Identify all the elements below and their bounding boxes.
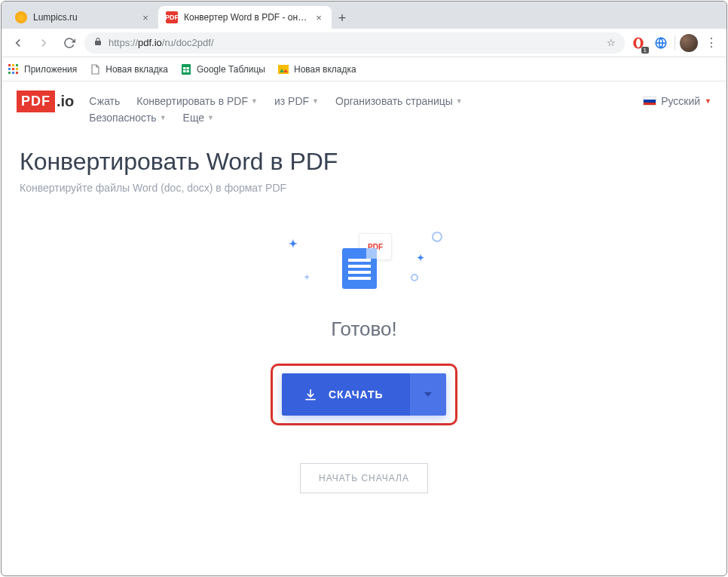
extension-globe-icon[interactable] <box>652 34 670 52</box>
chevron-down-icon: ▼ <box>312 97 319 105</box>
page-title: Конвертировать Word в PDF <box>20 148 708 176</box>
bookmark-label: Новая вкладка <box>294 64 356 75</box>
bookmarks-bar: Приложения Новая вкладка Google Таблицы … <box>2 57 726 81</box>
svg-rect-16 <box>278 65 289 74</box>
logo-io-text: .io <box>57 93 74 110</box>
extension-badge: 1 <box>641 47 649 54</box>
svg-rect-8 <box>16 68 18 70</box>
lock-icon <box>93 37 102 48</box>
main-content: Конвертировать Word в PDF Конвертируйте … <box>2 133 726 523</box>
browser-tab-lumpics[interactable]: Lumpics.ru × <box>8 6 158 29</box>
bookmark-label: Приложения <box>24 64 77 75</box>
svg-rect-3 <box>8 64 11 66</box>
tab-close-icon[interactable]: × <box>314 12 324 23</box>
browser-toolbar: https://pdf.io/ru/doc2pdf/ ☆ 1 ⋮ <box>2 29 726 57</box>
logo-pdf-badge: PDF <box>17 91 55 112</box>
browser-tabstrip: Lumpics.ru × PDF Конвертер Word в PDF - … <box>2 2 726 29</box>
extension-opera-icon[interactable]: 1 <box>629 34 647 52</box>
bookmark-sheets[interactable]: Google Таблицы <box>180 63 265 75</box>
browser-tab-pdfio[interactable]: PDF Конвертер Word в PDF - онлай... × <box>158 6 332 29</box>
bookmark-newtab-1[interactable]: Новая вкладка <box>89 63 168 75</box>
word-doc-icon <box>342 248 377 289</box>
circle-icon <box>411 274 418 281</box>
download-highlight-frame: СКАЧАТЬ <box>271 364 457 425</box>
svg-rect-7 <box>12 68 14 70</box>
bookmark-star-icon[interactable]: ☆ <box>607 37 616 48</box>
browser-menu-button[interactable]: ⋮ <box>702 34 720 52</box>
favicon-icon <box>15 11 27 23</box>
page-viewport: PDF .io Сжать Конвертировать в PDF▼ из P… <box>2 81 726 575</box>
page-subtitle: Конвертируйте файлы Word (doc, docx) в ф… <box>20 182 708 194</box>
bookmark-newtab-2[interactable]: Новая вкладка <box>277 63 356 75</box>
tab-title: Конвертер Word в PDF - онлай... <box>184 12 309 23</box>
address-bar[interactable]: https://pdf.io/ru/doc2pdf/ ☆ <box>84 32 625 54</box>
chevron-down-icon: ▼ <box>705 97 711 105</box>
bookmark-apps[interactable]: Приложения <box>8 63 77 75</box>
chevron-down-icon <box>424 392 432 397</box>
page-icon <box>89 63 101 75</box>
svg-rect-5 <box>16 64 18 66</box>
nav-compress[interactable]: Сжать <box>89 95 120 107</box>
back-button[interactable] <box>8 32 29 54</box>
tab-close-icon[interactable]: × <box>140 12 151 23</box>
nav-more[interactable]: Еще▼ <box>183 112 214 124</box>
download-icon <box>303 387 318 402</box>
svg-rect-11 <box>16 72 18 74</box>
download-button-group: СКАЧАТЬ <box>282 373 446 416</box>
site-nav: Сжать Конвертировать в PDF▼ из PDF▼ Орга… <box>89 91 511 124</box>
new-tab-button[interactable]: + <box>332 8 353 29</box>
spark-icon: ✦ <box>289 238 298 250</box>
language-selector[interactable]: Русский ▼ <box>643 91 711 107</box>
favicon-icon: PDF <box>166 11 178 23</box>
sheets-icon <box>180 63 192 75</box>
nav-convert-to-pdf[interactable]: Конвертировать в PDF▼ <box>136 95 258 107</box>
download-label: СКАЧАТЬ <box>329 388 384 401</box>
svg-rect-9 <box>8 72 11 74</box>
profile-avatar[interactable] <box>680 34 698 52</box>
url-text: https://pdf.io/ru/doc2pdf/ <box>109 37 601 48</box>
chevron-down-icon: ▼ <box>456 97 463 105</box>
site-header: PDF .io Сжать Конвертировать в PDF▼ из P… <box>2 81 726 133</box>
bookmark-label: Google Таблицы <box>197 64 265 75</box>
svg-point-1 <box>636 38 641 48</box>
flag-ru-icon <box>643 97 656 106</box>
conversion-illustration: ✦ ✦ ✦ PDF <box>20 232 708 299</box>
image-icon <box>277 63 289 75</box>
language-label: Русский <box>661 95 700 107</box>
nav-from-pdf[interactable]: из PDF▼ <box>274 95 319 107</box>
spark-icon: ✦ <box>417 253 424 263</box>
nav-security[interactable]: Безопасность▼ <box>89 112 166 124</box>
chevron-down-icon: ▼ <box>160 114 167 121</box>
svg-rect-4 <box>12 64 14 66</box>
chevron-down-icon: ▼ <box>207 114 214 121</box>
nav-organize-pages[interactable]: Организовать страницы▼ <box>335 95 463 107</box>
site-logo[interactable]: PDF .io <box>17 91 74 112</box>
status-ready-text: Готово! <box>20 318 708 341</box>
download-button[interactable]: СКАЧАТЬ <box>282 373 410 416</box>
restart-button[interactable]: НАЧАТЬ СНАЧАЛА <box>300 463 428 493</box>
svg-rect-6 <box>8 68 11 70</box>
svg-rect-10 <box>12 72 14 74</box>
reload-button[interactable] <box>59 32 80 54</box>
tab-title: Lumpics.ru <box>33 12 136 23</box>
spark-icon: ✦ <box>304 273 310 281</box>
download-dropdown-button[interactable] <box>410 373 446 416</box>
circle-icon <box>432 232 442 242</box>
bookmark-label: Новая вкладка <box>106 64 168 75</box>
chevron-down-icon: ▼ <box>251 97 258 105</box>
forward-button[interactable] <box>33 32 54 54</box>
apps-icon <box>8 63 20 75</box>
